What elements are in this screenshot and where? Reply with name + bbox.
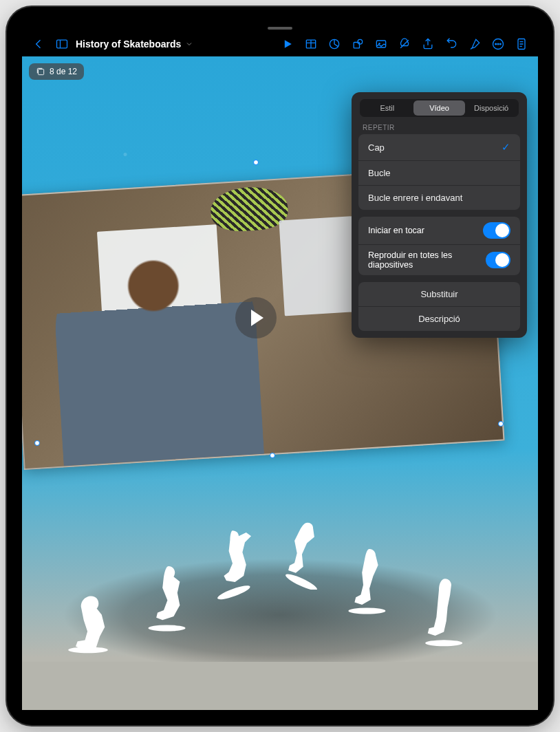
floor — [22, 662, 538, 710]
repeat-section-label: REPETIR — [363, 124, 516, 131]
insert-table-button[interactable] — [300, 33, 322, 55]
ipad-frame: History of Skateboards — [7, 7, 553, 725]
svg-point-12 — [495, 43, 497, 45]
selection-handle[interactable] — [270, 453, 275, 458]
table-icon — [304, 37, 318, 51]
svg-point-7 — [358, 39, 363, 44]
undo-button[interactable] — [440, 33, 462, 55]
playback-toggles: Iniciar en tocar Reproduir en totes les … — [358, 217, 520, 275]
back-button[interactable] — [28, 33, 50, 55]
selection-handle[interactable] — [253, 160, 259, 165]
toggle-start-on-tap-label: Iniciar en tocar — [368, 226, 424, 235]
repeat-option-loop-label: Bucle — [368, 168, 391, 178]
action-description[interactable]: Descripció — [358, 307, 520, 331]
svg-point-21 — [216, 583, 251, 600]
switch-on[interactable] — [486, 252, 510, 268]
slide-counter-text: 8 de 12 — [50, 67, 77, 76]
toggle-play-all-slides[interactable]: Reproduir en totes les diapositives — [358, 245, 520, 275]
video-actions: Substituir Descripció — [358, 282, 520, 331]
multitask-grabber[interactable] — [268, 27, 292, 30]
shape-icon — [351, 37, 365, 51]
document-title-text: History of Skateboards — [76, 39, 181, 50]
format-popover: Estil Vídeo Disposició REPETIR Cap ✓ Buc… — [352, 92, 527, 338]
action-replace[interactable]: Substituir — [358, 282, 520, 307]
screen: History of Skateboards — [22, 22, 538, 710]
tab-video[interactable]: Vídeo — [413, 100, 466, 116]
toolbar: History of Skateboards — [22, 32, 538, 56]
document-options-button[interactable] — [510, 33, 532, 55]
selection-handle[interactable] — [34, 440, 40, 446]
chart-icon — [327, 37, 341, 51]
play-icon — [281, 37, 294, 51]
toggle-start-on-tap[interactable]: Iniciar en tocar — [358, 217, 520, 245]
document-title[interactable]: History of Skateboards — [76, 39, 193, 50]
share-button[interactable] — [417, 33, 439, 55]
svg-point-22 — [284, 572, 319, 590]
video-play-overlay[interactable] — [235, 297, 277, 338]
insert-chart-button[interactable] — [323, 33, 345, 55]
skater-silhouette — [277, 515, 338, 590]
repeat-option-loop-bf[interactable]: Bucle enrere i endavant — [358, 186, 520, 210]
collaborate-button[interactable] — [394, 33, 416, 55]
repeat-option-none-label: Cap — [368, 142, 385, 153]
tab-layout[interactable]: Disposició — [465, 100, 517, 116]
repeat-options-list: Cap ✓ Bucle Bucle enrere i endavant — [358, 134, 520, 210]
video-person — [50, 236, 264, 466]
svg-rect-0 — [57, 40, 67, 48]
slides-icon — [36, 67, 45, 76]
media-icon — [374, 37, 388, 51]
toggle-play-all-label: Reproduir en totes les diapositives — [368, 250, 486, 270]
skater-silhouettes — [63, 517, 497, 655]
repeat-option-loop[interactable]: Bucle — [358, 161, 520, 186]
svg-point-20 — [149, 625, 186, 632]
format-button[interactable] — [464, 33, 486, 55]
back-chevron-icon — [32, 37, 45, 51]
svg-point-24 — [425, 640, 462, 646]
popover-tabs: Estil Vídeo Disposició — [360, 99, 519, 117]
undo-icon — [444, 37, 458, 51]
skater-silhouette — [63, 581, 125, 655]
more-button[interactable] — [487, 33, 509, 55]
svg-rect-25 — [39, 69, 44, 75]
slide-canvas[interactable]: 8 de 12 Estil Vídeo Disposició REPETIR C… — [22, 56, 538, 710]
sidebar-icon — [55, 37, 69, 51]
repeat-option-loop-bf-label: Bucle enrere i endavant — [368, 193, 462, 203]
check-icon: ✓ — [502, 141, 510, 153]
svg-point-13 — [497, 43, 499, 45]
collab-icon — [398, 37, 411, 51]
insert-media-button[interactable] — [370, 33, 392, 55]
skater-silhouette — [139, 560, 201, 634]
slide-counter-badge[interactable]: 8 de 12 — [29, 63, 84, 80]
svg-point-19 — [68, 647, 108, 653]
format-brush-icon — [468, 37, 482, 51]
svg-point-23 — [348, 608, 385, 614]
svg-point-14 — [500, 43, 502, 45]
document-options-icon — [515, 37, 528, 51]
skater-silhouette — [338, 543, 400, 617]
play-button[interactable] — [277, 33, 299, 55]
video-headscarf — [210, 185, 289, 233]
share-icon — [421, 37, 435, 51]
sidebar-toggle-button[interactable] — [51, 33, 73, 55]
skater-silhouette — [414, 574, 476, 648]
selection-handle[interactable] — [498, 421, 504, 427]
repeat-option-none[interactable]: Cap ✓ — [358, 134, 520, 161]
insert-shape-button[interactable] — [347, 33, 369, 55]
skater-silhouette — [208, 526, 270, 600]
tab-style[interactable]: Estil — [361, 100, 413, 116]
more-icon — [491, 37, 505, 51]
switch-on[interactable] — [483, 222, 510, 239]
chevron-down-icon — [185, 40, 193, 48]
